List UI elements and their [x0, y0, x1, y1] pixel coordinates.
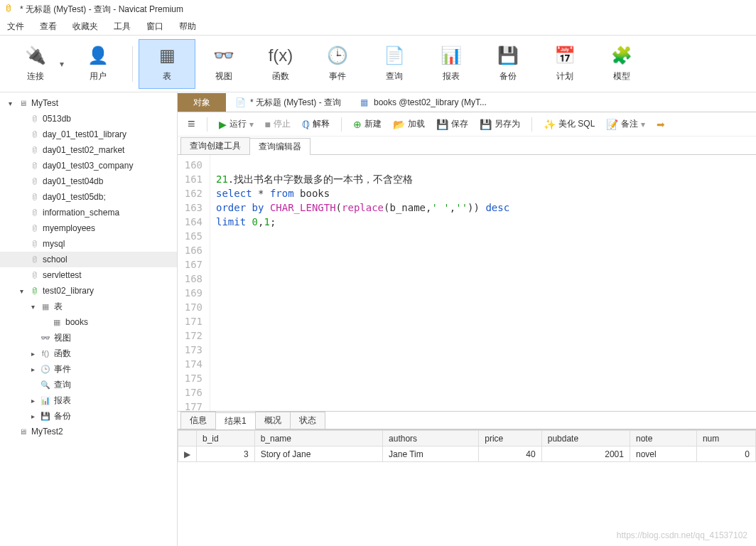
menu-tools[interactable]: 工具 [114, 21, 131, 33]
note-button[interactable]: 📝备注 ▾ [603, 117, 648, 132]
menu-fav[interactable]: 收藏夹 [72, 21, 98, 33]
tree-__[interactable]: ▸💾备份 [0, 408, 177, 424]
disk-as-icon: 💾 [480, 119, 492, 130]
new-button[interactable]: ⊕新建 [350, 117, 384, 132]
tree-servlettest[interactable]: 🛢servlettest [0, 267, 177, 283]
tab-query-editor[interactable]: 查询编辑器 [249, 138, 310, 155]
tab-query-builder[interactable]: 查询创建工具 [180, 137, 250, 154]
tab-info[interactable]: 信息 [180, 412, 216, 429]
table-row[interactable]: ▶3Story of JaneJane Tim402001novel0 [178, 446, 756, 462]
toolbar-event[interactable]: 🕒事件 [309, 39, 366, 89]
toolbar-user[interactable]: 👤用户 [70, 39, 126, 89]
connection-tree[interactable]: ▾🖥MyTest🛢0513db🛢day_01_test01_library🛢da… [0, 92, 178, 546]
user-icon: 👤 [86, 45, 110, 66]
tree-books[interactable]: ▦books [0, 314, 177, 330]
menu-bar: 文件 查看 收藏夹 工具 窗口 帮助 [0, 18, 756, 36]
result-grid[interactable]: b_idb_nameauthorspricepubdatenotenum ▶3S… [178, 429, 756, 462]
toolbar-backup[interactable]: 💾备份 [480, 39, 536, 89]
tab-table-books[interactable]: ▦books @test02_library (MyT... [350, 93, 495, 112]
beautify-button[interactable]: ✨美化 SQL [541, 117, 598, 132]
hamburger-icon[interactable]: ≡ [185, 115, 198, 133]
query-toolbar: ≡ ▶运行 ▾ ■停止 ℚ解释 ⊕新建 📂加载 💾保存 💾另存为 ✨美化 SQL… [178, 112, 756, 136]
query-inner-tabs: 查询创建工具 查询编辑器 [178, 136, 756, 155]
tab-profile[interactable]: 概况 [255, 412, 291, 429]
explain-button[interactable]: ℚ解释 [299, 117, 333, 132]
tree-day_01_test01_library[interactable]: 🛢day_01_test01_library [0, 127, 177, 142]
tab-status[interactable]: 状态 [290, 412, 325, 429]
col-b_name[interactable]: b_name [254, 431, 382, 446]
tree-__[interactable]: 🔍查询 [0, 377, 177, 392]
tree-__[interactable]: ▸f()函数 [0, 346, 177, 361]
event-icon: 🕒 [325, 45, 350, 66]
explain-icon: ℚ [302, 119, 310, 130]
tree-day01_test03_company[interactable]: 🛢day01_test03_company [0, 158, 177, 173]
toolbar-report[interactable]: 📊报表 [423, 39, 480, 89]
title-bar: 🛢 * 无标题 (MyTest) - 查询 - Navicat Premium [0, 0, 756, 18]
tree-myemployees[interactable]: 🛢myemployees [0, 220, 177, 236]
tree-0513db[interactable]: 🛢0513db [0, 111, 177, 127]
tree-test02_library[interactable]: ▾🛢test02_library [0, 283, 177, 299]
code-area[interactable]: 21.找出书名中字数最多的一本书，不含空格 select * from book… [210, 155, 756, 411]
col-note[interactable]: note [630, 431, 696, 446]
func-icon: f(x) [269, 45, 293, 66]
tree-day01_test04db[interactable]: 🛢day01_test04db [0, 173, 177, 189]
sql-editor[interactable]: 160 161 162 163 164 165 166 167 168 169 … [178, 155, 756, 411]
stop-icon: ■ [265, 119, 271, 130]
save-button[interactable]: 💾保存 [433, 117, 471, 132]
tree-day01_test05db_[interactable]: 🛢day01_test05db; [0, 189, 177, 205]
col-authors[interactable]: authors [383, 431, 479, 446]
toolbar-connect[interactable]: 🔌连接 [7, 39, 64, 89]
query-icon: 📄 [382, 45, 406, 66]
toolbar-query[interactable]: 📄查询 [366, 39, 423, 89]
folder-icon: 📂 [393, 119, 405, 130]
col-num[interactable]: num [696, 431, 755, 446]
run-button[interactable]: ▶运行 ▾ [216, 117, 256, 132]
tree-__[interactable]: ▸🕒事件 [0, 361, 177, 377]
tree-school[interactable]: 🛢school [0, 252, 177, 267]
load-button[interactable]: 📂加载 [390, 117, 428, 132]
tree-day01_test02_market[interactable]: 🛢day01_test02_market [0, 142, 177, 158]
tab-result1[interactable]: 结果1 [215, 412, 256, 429]
plus-icon: ⊕ [353, 119, 362, 130]
disk-icon: 💾 [436, 119, 448, 130]
toolbar-schedule[interactable]: 📅计划 [536, 39, 593, 89]
table-icon: ▦ [358, 97, 369, 108]
app-icon: 🛢 [4, 4, 16, 15]
export-button[interactable]: ➡ [654, 117, 668, 132]
line-gutter: 160 161 162 163 164 165 166 167 168 169 … [178, 155, 210, 411]
arrow-right-icon: ➡ [657, 119, 665, 130]
backup-icon: 💾 [496, 45, 520, 66]
connect-dropdown[interactable]: ▾ [60, 59, 64, 69]
tree-information_schema[interactable]: 🛢information_schema [0, 205, 177, 220]
connect-icon: 🔌 [23, 45, 48, 66]
tab-query[interactable]: 📄* 无标题 (MyTest) - 查询 [226, 93, 350, 112]
tree-mysql[interactable]: 🛢mysql [0, 236, 177, 252]
tree-MyTest2[interactable]: 🖥MyTest2 [0, 424, 177, 439]
menu-window[interactable]: 窗口 [146, 21, 163, 33]
report-icon: 📊 [439, 45, 463, 66]
main-pane: 对象 📄* 无标题 (MyTest) - 查询 ▦books @test02_l… [178, 92, 756, 546]
watermark: https://blog.csdn.net/qq_41537102 [617, 530, 747, 540]
col-price[interactable]: price [479, 431, 541, 446]
main-toolbar: 🔌连接▾👤用户▦表👓视图f(x)函数🕒事件📄查询📊报表💾备份📅计划🧩模型 [0, 36, 756, 92]
tree-MyTest[interactable]: ▾🖥MyTest [0, 95, 177, 111]
wand-icon: ✨ [544, 119, 556, 130]
col-pubdate[interactable]: pubdate [541, 431, 630, 446]
tree-__[interactable]: 👓视图 [0, 330, 177, 346]
toolbar-view[interactable]: 👓视图 [195, 39, 252, 89]
menu-file[interactable]: 文件 [7, 21, 24, 33]
menu-help[interactable]: 帮助 [179, 21, 196, 33]
schedule-icon: 📅 [553, 45, 577, 66]
toolbar-model[interactable]: 🧩模型 [593, 39, 650, 89]
tree-__[interactable]: ▸📊报表 [0, 392, 177, 408]
col-b_id[interactable]: b_id [197, 431, 255, 446]
stop-button[interactable]: ■停止 [262, 117, 293, 132]
toolbar-func[interactable]: f(x)函数 [252, 39, 309, 89]
tree-_[interactable]: ▾▦表 [0, 299, 177, 314]
model-icon: 🧩 [610, 45, 634, 66]
table-icon: ▦ [155, 45, 179, 66]
saveas-button[interactable]: 💾另存为 [477, 117, 523, 132]
menu-view[interactable]: 查看 [40, 21, 57, 33]
tab-objects[interactable]: 对象 [178, 93, 226, 112]
toolbar-table[interactable]: ▦表 [139, 39, 195, 89]
